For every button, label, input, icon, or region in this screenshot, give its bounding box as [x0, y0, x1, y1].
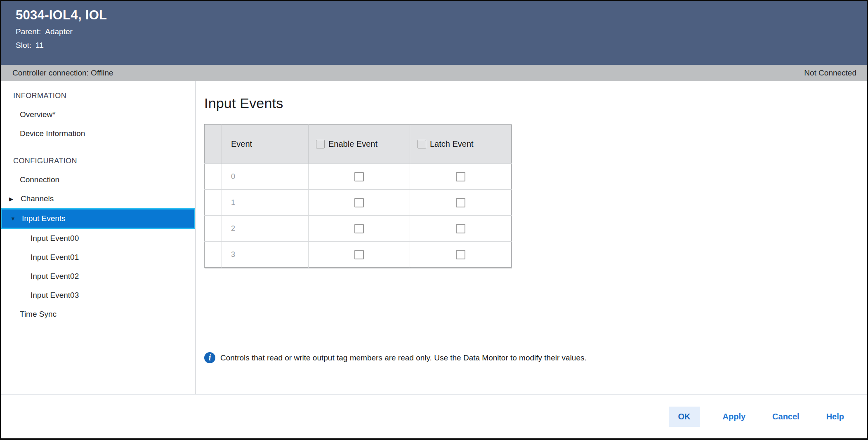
parent-value: Adapter [45, 27, 73, 36]
latch-event-checkbox-row-1[interactable] [456, 198, 465, 207]
sidebar-item-input-event00[interactable]: Input Event00 [1, 229, 195, 248]
sidebar-item-device-information[interactable]: Device Information [1, 124, 195, 143]
table-row: 1 [205, 190, 512, 216]
dialog-body: INFORMATION Overview* Device Information… [1, 81, 867, 394]
page-title: Input Events [204, 94, 867, 113]
event-column-header: Event [222, 125, 309, 164]
sidebar-item-overview[interactable]: Overview* [1, 105, 195, 124]
slot-line: Slot:11 [16, 41, 867, 50]
enable-event-checkbox-row-3[interactable] [354, 250, 364, 259]
enable-event-header-checkbox[interactable] [316, 140, 325, 148]
enable-event-checkbox-row-2[interactable] [354, 224, 364, 233]
info-icon: i [204, 352, 215, 363]
sidebar-gap [1, 143, 195, 151]
slot-label: Slot: [16, 41, 31, 49]
latch-event-header-label: Latch Event [430, 139, 474, 148]
event-number-cell: 2 [222, 216, 309, 242]
ok-button[interactable]: OK [669, 407, 700, 427]
status-bar: Controller connection: Offline Not Conne… [1, 65, 867, 81]
table-header-row: Event Enable Event Latch Event [205, 125, 512, 164]
collapsed-chevron-icon[interactable]: ▶ [9, 196, 21, 202]
sidebar-item-input-events[interactable]: ▼ Input Events [1, 208, 195, 229]
help-button[interactable]: Help [822, 407, 848, 427]
row-selector-cell[interactable] [205, 242, 222, 268]
dialog-footer: OK Apply Cancel Help [1, 394, 867, 438]
input-events-table: Event Enable Event Latch Event 0 [204, 124, 512, 268]
latch-event-checkbox-row-0[interactable] [456, 172, 465, 181]
parent-label: Parent: [16, 27, 41, 36]
module-title: 5034-IOL4, IOL [16, 8, 867, 23]
sidebar-item-channels[interactable]: ▶ Channels [1, 189, 195, 208]
table-row: 3 [205, 242, 512, 268]
table-row: 2 [205, 216, 512, 242]
latch-event-checkbox-row-3[interactable] [456, 250, 465, 259]
slot-value: 11 [35, 41, 44, 49]
enable-event-checkbox-row-1[interactable] [354, 198, 364, 207]
enable-event-column-header: Enable Event [309, 125, 410, 164]
sidebar-item-connection[interactable]: Connection [1, 170, 195, 189]
sidebar-item-time-sync[interactable]: Time Sync [1, 305, 195, 324]
event-number-cell: 3 [222, 242, 309, 268]
enable-event-checkbox-row-0[interactable] [354, 172, 364, 181]
row-selector-cell[interactable] [205, 216, 222, 242]
latch-event-checkbox-row-2[interactable] [456, 224, 465, 233]
apply-button[interactable]: Apply [719, 407, 750, 427]
expanded-chevron-icon[interactable]: ▼ [10, 216, 22, 222]
sidebar-item-input-event03[interactable]: Input Event03 [1, 286, 195, 305]
section-configuration: CONFIGURATION [1, 151, 195, 170]
main-content: Input Events Event Enable Event Latch Ev… [196, 81, 867, 394]
table-row: 0 [205, 164, 512, 190]
module-properties-dialog: 5034-IOL4, IOL Parent:Adapter Slot:11 Co… [0, 0, 868, 440]
enable-event-header-label: Enable Event [328, 139, 377, 148]
sidebar-item-input-event02[interactable]: Input Event02 [1, 267, 195, 286]
parent-line: Parent:Adapter [16, 27, 867, 36]
controller-connection-status: Controller connection: Offline [12, 68, 113, 78]
event-number-cell: 1 [222, 190, 309, 216]
note-text: Controls that read or write output tag m… [220, 353, 587, 362]
sidebar-item-input-event01[interactable]: Input Event01 [1, 248, 195, 267]
row-selector-header [205, 125, 222, 164]
connected-state: Not Connected [804, 68, 856, 78]
dialog-header: 5034-IOL4, IOL Parent:Adapter Slot:11 [1, 1, 867, 65]
row-selector-cell[interactable] [205, 190, 222, 216]
row-selector-cell[interactable] [205, 164, 222, 190]
section-information: INFORMATION [1, 86, 195, 105]
read-only-note: i Controls that read or write output tag… [204, 352, 867, 363]
latch-event-column-header: Latch Event [410, 125, 512, 164]
sidebar-item-label: Channels [21, 194, 54, 203]
sidebar-item-label: Input Events [22, 214, 66, 223]
cancel-button[interactable]: Cancel [768, 407, 804, 427]
category-sidebar: INFORMATION Overview* Device Information… [1, 81, 196, 394]
event-number-cell: 0 [222, 164, 309, 190]
latch-event-header-checkbox[interactable] [417, 140, 426, 148]
